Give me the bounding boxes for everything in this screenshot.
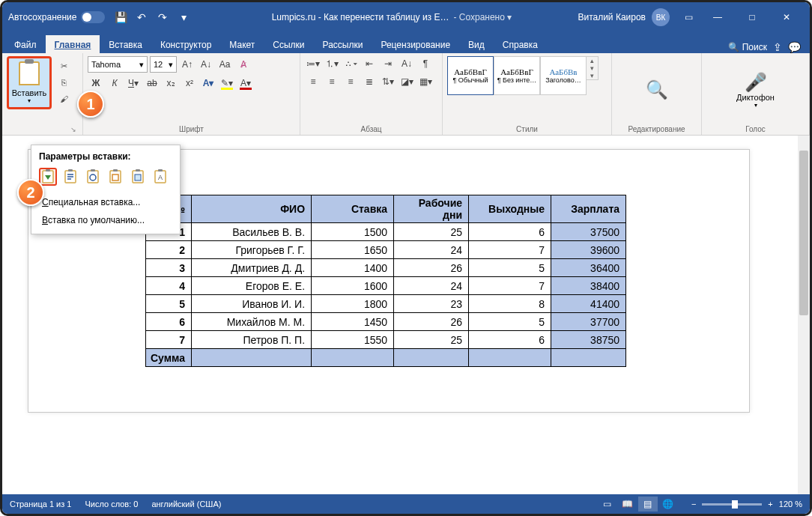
cell-off[interactable]: 8 xyxy=(469,295,551,313)
bold-icon[interactable]: Ж xyxy=(88,76,104,91)
cell-rate[interactable]: 1400 xyxy=(312,259,394,277)
tab-view[interactable]: Вид xyxy=(459,35,494,53)
cut-icon[interactable]: ✂ xyxy=(56,59,71,73)
highlight-color-icon[interactable]: ✎▾ xyxy=(219,76,235,91)
tab-review[interactable]: Рецензирование xyxy=(372,35,459,53)
cell-num[interactable]: 4 xyxy=(146,277,192,295)
multilevel-list-icon[interactable]: ⛬▾ xyxy=(342,56,359,71)
paste-default-menu-item[interactable]: Вставка по умолчанию... xyxy=(36,211,175,229)
font-color-icon[interactable]: A▾ xyxy=(237,76,254,91)
cell-fio[interactable]: Григорьев Г. Г. xyxy=(192,241,312,259)
ribbon-display-options-icon[interactable]: ▭ xyxy=(685,12,693,22)
tab-help[interactable]: Справка xyxy=(494,35,547,53)
cell-salary[interactable]: 39600 xyxy=(551,241,626,259)
tab-design[interactable]: Конструктор xyxy=(151,35,220,53)
increase-indent-icon[interactable]: ⇥ xyxy=(380,56,396,71)
cell-fio[interactable]: Иванов И. И. xyxy=(192,295,312,313)
format-painter-icon[interactable]: 🖌 xyxy=(56,92,71,106)
close-button[interactable]: ✕ xyxy=(769,2,804,32)
borders-icon[interactable]: ▦▾ xyxy=(417,74,434,89)
cell-fio[interactable]: Егоров Е. Е. xyxy=(192,277,312,295)
paste-link-keep-source[interactable] xyxy=(84,168,102,186)
paste-use-destination-styles[interactable] xyxy=(61,168,79,186)
vertical-scrollbar[interactable] xyxy=(798,136,810,494)
numbering-icon[interactable]: ⒈▾ xyxy=(324,56,340,71)
tab-insert[interactable]: Вставка xyxy=(100,35,151,53)
cell-off[interactable]: 6 xyxy=(469,223,551,241)
bullets-icon[interactable]: ≔▾ xyxy=(305,56,321,71)
cell-off[interactable]: 5 xyxy=(469,313,551,331)
cell-rate[interactable]: 1800 xyxy=(312,295,394,313)
maximize-button[interactable]: □ xyxy=(735,2,769,32)
redo-icon[interactable]: ↷ xyxy=(156,10,169,24)
cell-num[interactable]: 3 xyxy=(146,259,192,277)
paste-link-use-destination[interactable] xyxy=(106,168,124,186)
autosave-toggle[interactable] xyxy=(81,11,105,23)
align-center-icon[interactable]: ≡ xyxy=(324,74,340,89)
subscript-icon[interactable]: x₂ xyxy=(163,76,179,91)
text-effects-icon[interactable]: A▾ xyxy=(200,76,216,91)
styles-more-button[interactable]: ▴▾▾ xyxy=(587,56,599,80)
cell-rate[interactable]: 1650 xyxy=(312,241,394,259)
sort-icon[interactable]: A↓ xyxy=(399,56,415,71)
paste-special-menu-item[interactable]: ССпециальная вставка...пециальная вставк… xyxy=(36,193,175,211)
tab-file[interactable]: Файл xyxy=(5,35,46,53)
cell-salary[interactable]: 38400 xyxy=(551,277,626,295)
decrease-indent-icon[interactable]: ⇤ xyxy=(361,56,378,71)
cell-off[interactable]: 7 xyxy=(469,277,551,295)
cell-days[interactable]: 24 xyxy=(394,277,469,295)
cell-fio[interactable]: Михайлов М. М. xyxy=(192,313,312,331)
cell-off[interactable]: 6 xyxy=(469,331,551,349)
find-icon[interactable]: 🔍 xyxy=(646,79,668,100)
cell-fio[interactable]: Петров П. П. xyxy=(192,331,312,349)
search-box[interactable]: 🔍 Поиск xyxy=(728,42,767,52)
save-icon[interactable]: 💾 xyxy=(114,10,127,24)
cell-salary[interactable]: 36400 xyxy=(551,259,626,277)
print-layout-icon[interactable]: ▤ xyxy=(638,497,658,512)
underline-icon[interactable]: Ч▾ xyxy=(125,76,142,91)
cell-days[interactable]: 25 xyxy=(394,223,469,241)
cell-fio[interactable]: Дмитриев Д. Д. xyxy=(192,259,312,277)
change-case-icon[interactable]: Aa xyxy=(216,57,233,72)
cell-rate[interactable]: 1500 xyxy=(312,223,394,241)
font-name-dropdown[interactable]: Tahoma▾ xyxy=(88,56,148,73)
cell-fio[interactable]: Васильев В. В. xyxy=(192,223,312,241)
superscript-icon[interactable]: x² xyxy=(181,76,198,91)
tab-home[interactable]: Главная xyxy=(46,35,100,53)
tab-layout[interactable]: Макет xyxy=(220,35,264,53)
copy-icon[interactable]: ⎘ xyxy=(56,76,71,89)
zoom-in-button[interactable]: + xyxy=(768,500,772,509)
strikethrough-icon[interactable]: ab xyxy=(144,76,160,91)
focus-mode-icon[interactable]: ▭ xyxy=(598,497,617,512)
qat-customize-icon[interactable]: ▾ xyxy=(177,10,190,24)
cell-salary[interactable]: 37700 xyxy=(551,313,626,331)
avatar[interactable]: ВК xyxy=(652,8,670,26)
font-size-dropdown[interactable]: 12▾ xyxy=(150,56,177,73)
web-layout-icon[interactable]: 🌐 xyxy=(658,497,678,512)
tab-references[interactable]: Ссылки xyxy=(264,35,313,53)
scrollbar-thumb[interactable] xyxy=(799,151,808,315)
zoom-slider[interactable] xyxy=(702,503,762,506)
cell-off[interactable]: 7 xyxy=(469,241,551,259)
align-right-icon[interactable]: ≡ xyxy=(342,74,359,89)
paste-button[interactable]: Вставить ▾ xyxy=(7,56,52,109)
grow-font-icon[interactable]: A↑ xyxy=(179,57,196,72)
sum-label[interactable]: Сумма xyxy=(146,349,192,367)
cell-salary[interactable]: 37500 xyxy=(551,223,626,241)
cell-salary[interactable]: 38750 xyxy=(551,331,626,349)
show-marks-icon[interactable]: ¶ xyxy=(417,56,434,71)
cell-rate[interactable]: 1600 xyxy=(312,277,394,295)
clear-formatting-icon[interactable]: A̷ xyxy=(235,57,252,72)
style-heading1[interactable]: АаБбВв Заголово… xyxy=(540,56,587,95)
style-no-spacing[interactable]: АаБбВвГ ¶ Без инте… xyxy=(494,56,540,95)
cell-num[interactable]: 5 xyxy=(146,295,192,313)
cell-off[interactable]: 5 xyxy=(469,259,551,277)
italic-icon[interactable]: К xyxy=(106,76,123,91)
clipboard-launcher-icon[interactable]: ↘ xyxy=(70,126,76,133)
dictate-button[interactable]: 🎤 Диктофон ▾ xyxy=(736,72,775,109)
cell-days[interactable]: 23 xyxy=(394,295,469,313)
line-spacing-icon[interactable]: ⇅▾ xyxy=(380,74,396,89)
paste-keep-source-formatting[interactable] xyxy=(39,168,57,186)
undo-icon[interactable]: ↶ xyxy=(135,10,148,24)
cell-rate[interactable]: 1550 xyxy=(312,331,394,349)
